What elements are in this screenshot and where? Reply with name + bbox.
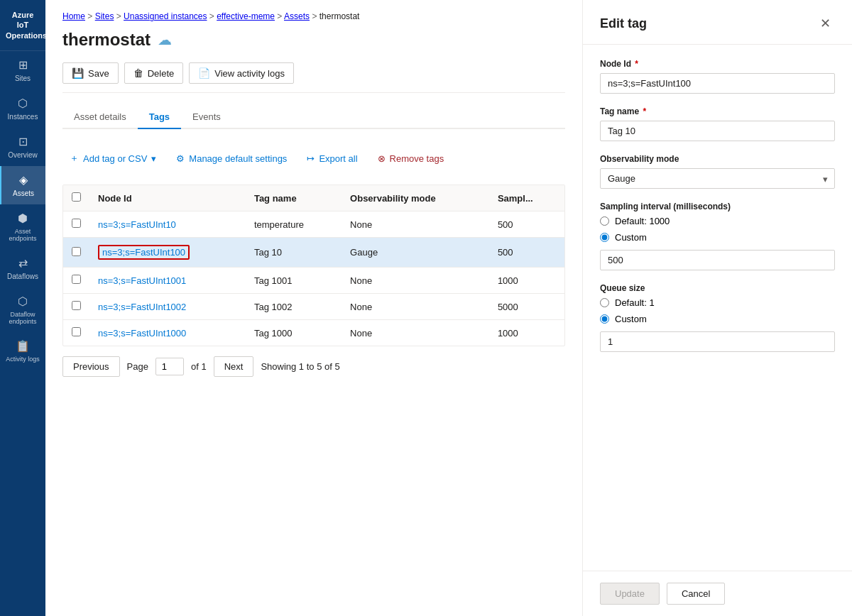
overview-icon: ⊡ [18, 135, 28, 148]
page-title: thermostat [62, 30, 151, 50]
save-button[interactable]: 💾 Save [62, 62, 119, 84]
observability-select[interactable]: None Gauge Counter Histogram Log [600, 168, 835, 189]
breadcrumb-assets[interactable]: Assets [284, 11, 310, 21]
next-button[interactable]: Next [214, 356, 254, 377]
queue-custom-radio[interactable] [600, 314, 609, 324]
sampling-custom-option[interactable]: Custom [600, 232, 835, 243]
table-row[interactable]: ns=3;s=FastUInt1001Tag 1001None1000 [63, 268, 564, 294]
sidebar-item-dataflows[interactable]: ⇄ Dataflows [0, 249, 45, 287]
breadcrumb-home[interactable]: Home [62, 11, 85, 21]
observability-cell: None [342, 268, 489, 294]
queue-size-group: Queue size Default: 1 Custom [600, 283, 835, 352]
dataflow-endpoints-icon: ⬡ [18, 295, 28, 308]
cancel-button[interactable]: Cancel [667, 583, 725, 605]
select-all-checkbox[interactable] [72, 192, 81, 202]
tag-name-header: Tag name [246, 185, 342, 211]
breadcrumb-unassigned[interactable]: Unassigned instances [124, 11, 207, 21]
edit-panel-header: Edit tag ✕ [583, 0, 852, 45]
tab-asset-details[interactable]: Asset details [62, 106, 138, 129]
tab-tags[interactable]: Tags [138, 106, 181, 129]
tag-name-cell: Tag 1002 [246, 294, 342, 320]
breadcrumb-effective-meme[interactable]: effective-meme [217, 11, 275, 21]
sidebar-item-sites[interactable]: ⊞ Sites [0, 51, 45, 89]
sidebar-item-assets[interactable]: ◈ Assets [0, 166, 45, 204]
sampling-default-option[interactable]: Default: 1000 [600, 216, 835, 226]
observability-cell: None [342, 320, 489, 346]
page-number-input[interactable] [155, 358, 184, 375]
row-checkbox[interactable] [72, 247, 81, 256]
observability-select-wrapper: None Gauge Counter Histogram Log ▾ [600, 168, 835, 189]
delete-button[interactable]: 🗑 Delete [124, 62, 184, 84]
close-panel-button[interactable]: ✕ [816, 14, 835, 33]
sidebar-item-label: Dataflow endpoints [3, 311, 43, 325]
row-checkbox[interactable] [72, 301, 81, 310]
table-row[interactable]: ns=3;s=FastUInt1002Tag 1002None5000 [63, 294, 564, 320]
main-content: Home > Sites > Unassigned instances > ef… [45, 0, 582, 616]
add-tag-button[interactable]: ＋ Add tag or CSV ▾ [62, 148, 163, 169]
node-id-link[interactable]: ns=3;s=FastUInt100 [102, 247, 185, 258]
activity-icon: 📄 [198, 67, 210, 79]
queue-value-input[interactable] [600, 331, 835, 352]
edit-panel: Edit tag ✕ Node Id * Tag name * Observab… [582, 0, 852, 616]
asset-endpoints-icon: ⬢ [18, 211, 28, 225]
tags-table: Node Id Tag name Observability mode Samp… [62, 185, 565, 346]
sidebar-item-dataflow-endpoints[interactable]: ⬡ Dataflow endpoints [0, 287, 45, 332]
tag-name-input[interactable] [600, 121, 835, 141]
tag-name-label: Tag name * [600, 106, 835, 116]
sampling-label: Sampling interval (milliseconds) [600, 202, 835, 211]
sampling-group: Sampling interval (milliseconds) Default… [600, 202, 835, 270]
node-id-link[interactable]: ns=3;s=FastUInt1001 [98, 275, 186, 286]
queue-default-radio[interactable] [600, 298, 609, 307]
sampling-cell: 1000 [489, 320, 564, 346]
previous-button[interactable]: Previous [62, 356, 120, 377]
row-checkbox[interactable] [72, 219, 81, 228]
tag-name-cell: Tag 1001 [246, 268, 342, 294]
sampling-cell: 5000 [489, 294, 564, 320]
table-row[interactable]: ns=3;s=FastUInt10temperatureNone500 [63, 211, 564, 238]
manage-settings-button[interactable]: ⚙ Manage default settings [169, 149, 294, 168]
row-checkbox[interactable] [72, 327, 81, 336]
dropdown-chevron-icon: ▾ [151, 153, 156, 164]
sidebar-item-asset-endpoints[interactable]: ⬢ Asset endpoints [0, 204, 45, 249]
node-id-input[interactable] [600, 73, 835, 94]
cloud-sync-icon: ☁ [158, 31, 172, 48]
view-activity-button[interactable]: 📄 View activity logs [189, 62, 294, 84]
sidebar-item-label: Overview [8, 151, 38, 159]
observability-cell: None [342, 294, 489, 320]
highlighted-node-id: ns=3;s=FastUInt100 [98, 245, 190, 260]
node-id-group: Node Id * [600, 59, 835, 94]
page-title-section: thermostat ☁ [62, 30, 565, 50]
node-id-link[interactable]: ns=3;s=FastUInt1002 [98, 302, 186, 312]
sidebar-item-label: Sites [15, 75, 31, 82]
sidebar-item-overview[interactable]: ⊡ Overview [0, 128, 45, 166]
queue-default-option[interactable]: Default: 1 [600, 297, 835, 308]
sidebar-item-label: Asset endpoints [3, 228, 43, 242]
add-icon: ＋ [70, 152, 79, 165]
sites-icon: ⊞ [18, 58, 28, 72]
sidebar-item-instances[interactable]: ⬡ Instances [0, 89, 45, 128]
breadcrumb-sites[interactable]: Sites [95, 11, 114, 21]
sampling-custom-radio[interactable] [600, 233, 609, 242]
sampling-default-radio[interactable] [600, 216, 609, 226]
select-all-header [63, 185, 89, 211]
dataflows-icon: ⇄ [18, 256, 28, 270]
table-row[interactable]: ns=3;s=FastUInt100Tag 10Gauge500 [63, 238, 564, 268]
export-button[interactable]: ↦ Export all [300, 149, 364, 168]
sidebar-item-activity-logs[interactable]: 📋 Activity logs [0, 332, 45, 370]
observability-label: Observability mode [600, 154, 835, 164]
instances-icon: ⬡ [18, 97, 28, 110]
node-id-link[interactable]: ns=3;s=FastUInt10 [98, 219, 176, 230]
row-checkbox[interactable] [72, 275, 81, 284]
sampling-header: Sampl... [489, 185, 564, 211]
save-icon: 💾 [72, 67, 84, 79]
remove-icon: ⊗ [378, 153, 386, 164]
tag-name-cell: temperature [246, 211, 342, 238]
breadcrumb-current: thermostat [320, 11, 360, 21]
node-id-link[interactable]: ns=3;s=FastUInt1000 [98, 328, 186, 339]
table-row[interactable]: ns=3;s=FastUInt1000Tag 1000None1000 [63, 320, 564, 346]
remove-tags-button[interactable]: ⊗ Remove tags [371, 149, 452, 168]
tab-events[interactable]: Events [181, 106, 232, 129]
queue-custom-option[interactable]: Custom [600, 314, 835, 324]
sampling-value-input[interactable] [600, 250, 835, 270]
showing-label: Showing 1 to 5 of 5 [261, 361, 339, 372]
